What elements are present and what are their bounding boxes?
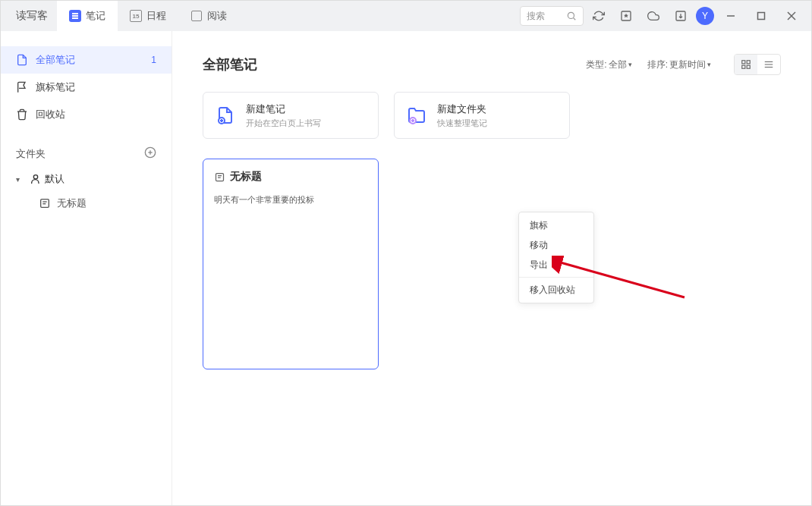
- tab-label: 日程: [146, 9, 166, 23]
- list-view-button[interactable]: [757, 55, 780, 74]
- type-filter[interactable]: 类型: 全部 ▾: [586, 58, 631, 71]
- folder-default[interactable]: ▾ 默认: [1, 167, 172, 191]
- cloud-button[interactable]: [641, 4, 666, 28]
- sidebar-item-count: 1: [151, 55, 156, 65]
- chevron-down-icon: ▾: [16, 175, 27, 184]
- note-title: 无标题: [230, 170, 262, 184]
- titlebar: 读写客 笔记 15 日程 阅读 搜索 Y: [1, 1, 811, 31]
- search-placeholder: 搜索: [527, 10, 566, 23]
- sidebar-item-all-notes[interactable]: 全部笔记 1: [1, 46, 172, 74]
- tab-notes[interactable]: 笔记: [57, 1, 118, 31]
- tab-label: 阅读: [207, 9, 227, 23]
- svg-line-1: [573, 17, 575, 20]
- user-icon: [30, 173, 42, 185]
- svg-rect-17: [742, 65, 745, 68]
- grid-icon: [741, 59, 751, 70]
- import-button[interactable]: [669, 4, 693, 28]
- ctx-separator: [519, 277, 593, 278]
- plus-circle-icon: [144, 146, 156, 159]
- svg-rect-15: [742, 61, 745, 64]
- ctx-trash[interactable]: 移入回收站: [519, 280, 593, 300]
- note-icon: [214, 171, 225, 183]
- context-menu: 旗标 移动 导出 移入回收站: [518, 212, 594, 303]
- action-subtitle: 开始在空白页上书写: [246, 118, 321, 129]
- titlebar-tools: 搜索 Y: [520, 4, 805, 28]
- calendar-icon: 15: [130, 10, 142, 22]
- search-icon: [566, 11, 577, 21]
- svg-rect-18: [747, 65, 750, 68]
- svg-point-0: [568, 12, 574, 18]
- ctx-move[interactable]: 移动: [519, 235, 593, 255]
- window-maximize[interactable]: [747, 4, 775, 28]
- action-cards: 新建笔记 开始在空白页上书写 新建文件夹 快速整理笔记: [203, 92, 781, 139]
- sort-dropdown[interactable]: 排序: 更新时间 ▾: [647, 58, 711, 71]
- sync-button[interactable]: [587, 4, 611, 28]
- main-header: 全部笔记 类型: 全部 ▾ 排序: 更新时间 ▾: [203, 54, 781, 75]
- sidebar-item-label: 全部笔记: [36, 53, 75, 67]
- main-content: 全部笔记 类型: 全部 ▾ 排序: 更新时间 ▾: [172, 31, 811, 505]
- trash-icon: [16, 108, 28, 121]
- flag-icon: [16, 81, 28, 93]
- action-title: 新建笔记: [246, 102, 321, 116]
- star-icon: [620, 10, 632, 22]
- chevron-down-icon: ▾: [628, 61, 632, 68]
- window-minimize[interactable]: [717, 4, 744, 28]
- tab-schedule[interactable]: 15 日程: [118, 1, 178, 31]
- search-input[interactable]: 搜索: [520, 6, 584, 26]
- filter-label: 类型:: [586, 58, 606, 71]
- sync-icon: [593, 10, 605, 22]
- note-card[interactable]: 无标题 明天有一个非常重要的投标: [203, 159, 379, 369]
- grid-view-button[interactable]: [735, 55, 757, 74]
- list-icon: [763, 59, 774, 70]
- sidebar: 全部笔记 1 旗标笔记 回收站 文件夹 ▾ 默认 无标题: [1, 31, 172, 505]
- folders-label: 文件夹: [16, 147, 46, 161]
- tab-reading[interactable]: 阅读: [178, 1, 239, 31]
- add-folder-button[interactable]: [144, 146, 156, 161]
- cloud-icon: [647, 10, 659, 22]
- folders-header: 文件夹: [1, 140, 172, 167]
- close-icon: [787, 11, 796, 20]
- filter-value: 全部: [609, 58, 627, 71]
- view-toggle: [734, 54, 781, 75]
- sidebar-item-trash[interactable]: 回收站: [1, 101, 172, 128]
- sidebar-item-label: 回收站: [36, 108, 65, 121]
- svg-rect-5: [758, 13, 765, 20]
- chevron-down-icon: ▾: [707, 61, 711, 68]
- new-folder-icon: [407, 105, 426, 125]
- document-icon: [16, 54, 28, 66]
- note-icon: [39, 197, 51, 209]
- new-folder-button[interactable]: 新建文件夹 快速整理笔记: [394, 92, 570, 139]
- sort-value: 更新时间: [669, 58, 706, 71]
- window-close[interactable]: [778, 4, 805, 28]
- main-toolbar: 类型: 全部 ▾ 排序: 更新时间 ▾: [586, 54, 781, 75]
- avatar[interactable]: Y: [696, 7, 714, 25]
- note-item[interactable]: 无标题: [1, 191, 172, 215]
- page-title: 全部笔记: [203, 55, 257, 74]
- svg-point-11: [33, 175, 37, 179]
- sidebar-item-flagged[interactable]: 旗标笔记: [1, 74, 172, 101]
- new-note-button[interactable]: 新建笔记 开始在空白页上书写: [203, 92, 379, 139]
- note-preview: 明天有一个非常重要的投标: [214, 194, 367, 206]
- svg-rect-16: [747, 61, 750, 64]
- book-icon: [190, 10, 203, 22]
- ctx-export[interactable]: 导出: [519, 255, 593, 275]
- minimize-icon: [726, 11, 735, 20]
- note-card-header: 无标题: [214, 170, 367, 184]
- sort-label: 排序:: [647, 58, 668, 71]
- notes-icon: [69, 10, 81, 22]
- folder-label: 默认: [45, 172, 65, 186]
- maximize-icon: [757, 11, 766, 20]
- tabs: 笔记 15 日程 阅读: [57, 1, 239, 31]
- sidebar-item-label: 旗标笔记: [36, 80, 75, 94]
- tab-label: 笔记: [86, 9, 105, 23]
- app-name: 读写客: [7, 9, 57, 23]
- star-button[interactable]: [614, 4, 638, 28]
- action-subtitle: 快速整理笔记: [437, 118, 487, 129]
- import-icon: [675, 10, 687, 22]
- note-item-label: 无标题: [57, 196, 87, 210]
- action-title: 新建文件夹: [437, 102, 487, 116]
- new-note-icon: [216, 105, 235, 125]
- ctx-flag[interactable]: 旗标: [519, 215, 593, 235]
